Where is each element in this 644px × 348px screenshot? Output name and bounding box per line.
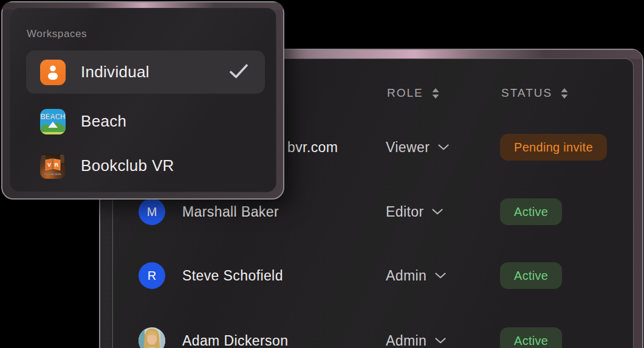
sort-icon[interactable]	[561, 88, 568, 99]
status-badge: Active	[500, 327, 562, 348]
bookclub-vr-app-icon: V R bookclub	[40, 153, 66, 179]
workspaces-title: Workspaces	[27, 28, 87, 40]
member-name: Marshall Baker	[182, 198, 279, 225]
check-icon	[230, 64, 248, 79]
role-dropdown[interactable]: Admin	[386, 327, 446, 348]
workspace-item-beach[interactable]: BEACH Beach	[26, 100, 265, 143]
status-badge: Pending invite	[500, 134, 607, 161]
chevron-down-icon	[435, 338, 446, 344]
table-row: M Marshall Baker Editor Active	[113, 198, 633, 225]
svg-text:V: V	[47, 161, 51, 167]
workspace-label: Bookclub VR	[81, 156, 174, 175]
avatar: M	[139, 198, 165, 225]
svg-text:R: R	[55, 161, 59, 167]
workspace-item-bookclub-vr[interactable]: V R bookclub Bookclub VR	[26, 144, 265, 187]
workspace-item-individual[interactable]: Individual	[26, 50, 265, 94]
member-name: Steve Schofield	[182, 262, 283, 289]
status-badge: Active	[500, 198, 562, 225]
woman-portrait-icon	[139, 327, 165, 348]
role-value: Admin	[386, 333, 426, 348]
role-value: Admin	[386, 268, 426, 284]
column-header-status-label: STATUS	[501, 86, 552, 100]
role-value: Viewer	[386, 139, 430, 156]
sort-icon[interactable]	[432, 88, 439, 99]
column-header-role-label: ROLE	[387, 86, 423, 100]
person-icon	[40, 60, 66, 85]
avatar: R	[139, 262, 165, 289]
member-email: bvr.com	[287, 134, 338, 161]
role-dropdown[interactable]: Admin	[386, 262, 446, 289]
svg-text:bookclub: bookclub	[45, 172, 61, 176]
chevron-down-icon	[438, 144, 449, 150]
workspaces-popup: Workspaces Individual	[1, 1, 284, 200]
member-name: Adam Dickerson	[182, 327, 288, 348]
workspace-label: Beach	[81, 112, 126, 131]
table-row: Adam Dickerson Admin Active	[113, 327, 633, 348]
avatar-photo	[139, 327, 165, 348]
chevron-down-icon	[435, 273, 446, 279]
status-badge: Active	[500, 262, 562, 289]
svg-text:BEACH: BEACH	[41, 112, 66, 121]
column-header-status[interactable]: STATUS	[501, 85, 568, 102]
workspace-label: Individual	[81, 63, 149, 82]
role-value: Editor	[386, 204, 423, 220]
role-dropdown[interactable]: Editor	[386, 198, 443, 225]
role-dropdown[interactable]: Viewer	[386, 134, 449, 161]
workspaces-panel: Workspaces Individual	[10, 8, 276, 192]
beach-app-icon: BEACH	[40, 109, 66, 134]
column-header-role[interactable]: ROLE	[387, 85, 439, 102]
table-row: R Steve Schofield Admin Active	[113, 262, 633, 289]
chevron-down-icon	[432, 209, 443, 215]
